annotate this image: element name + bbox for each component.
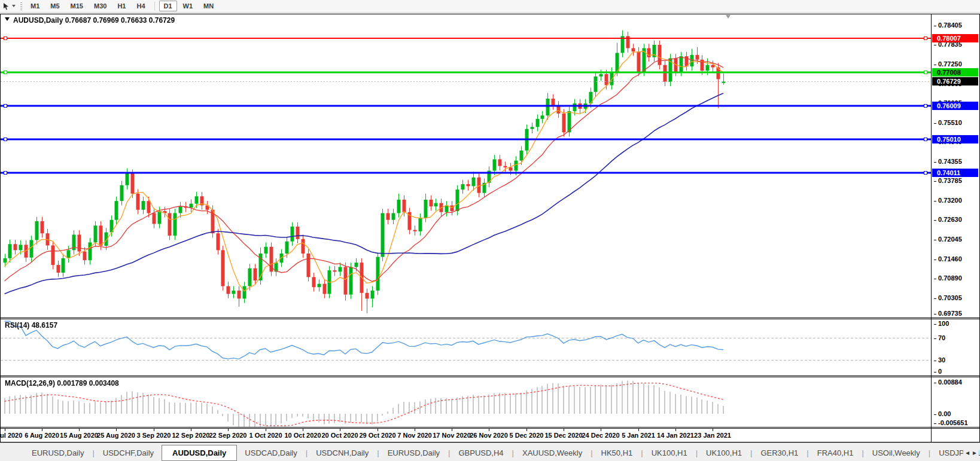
- tab-divider: |: [377, 448, 379, 457]
- timeframe-button-m30[interactable]: M30: [89, 1, 111, 11]
- date-label: 3 Sep 2020: [137, 432, 171, 439]
- chart-tab-bar: EURUSD,Daily|USDCHF,DailyAUDUSD,DailyUSD…: [0, 442, 980, 461]
- current-price-badge: 0.76729: [932, 77, 978, 86]
- date-label: 15 Aug 2020: [60, 432, 98, 439]
- macd-canvas[interactable]: [1, 377, 931, 427]
- tab-divider: |: [512, 448, 514, 457]
- tab-divider: |: [862, 448, 863, 457]
- price-tick-label: 0.70890: [934, 274, 962, 282]
- date-tick: [415, 429, 415, 431]
- date-label: 29 Oct 2020: [359, 432, 395, 439]
- date-label: 14 Jan 2021: [657, 432, 694, 439]
- date-tick: [601, 429, 601, 431]
- rsi-label: RSI(14) 48.6157: [5, 321, 57, 329]
- price-level-badge: 0.76009: [932, 102, 978, 110]
- tab-scroll-right-button[interactable]: ▸: [973, 448, 976, 457]
- timeframe-button-mn[interactable]: MN: [199, 1, 218, 11]
- toolbar-separator: [154, 2, 155, 10]
- tab-divider: |: [696, 448, 698, 457]
- date-label: 28 Jul 2020: [1, 432, 22, 439]
- rsi-pane[interactable]: RSI(14) 48.6157: [1, 319, 931, 377]
- chart-title-caret-icon[interactable]: [5, 17, 10, 23]
- price-tick-label: 0.78405: [934, 22, 962, 29]
- toolbar-grip-handle[interactable]: [20, 2, 22, 10]
- timeframe-button-w1[interactable]: W1: [178, 1, 198, 11]
- price-level-badge: 0.74011: [932, 169, 978, 177]
- timeframe-button-m5[interactable]: M5: [45, 1, 64, 11]
- chart-pointer-icon[interactable]: [3, 2, 10, 10]
- date-label: 20 Oct 2020: [321, 432, 358, 439]
- date-tick: [42, 429, 42, 431]
- macd-axis-label: 0.00884: [934, 378, 962, 386]
- chart-tab-usdcad-daily[interactable]: USDCAD,Daily: [237, 446, 305, 460]
- chart-tab-audusd-daily[interactable]: AUDUSD,Daily: [162, 445, 237, 461]
- rsi-level-label: 30: [934, 356, 945, 364]
- chart-tab-eurusd-daily[interactable]: EURUSD,Daily: [380, 446, 448, 460]
- rsi-level-label: 70: [934, 334, 945, 341]
- price-level-badge: 0.77008: [932, 68, 978, 77]
- time-axis[interactable]: 28 Jul 20206 Aug 202015 Aug 202025 Aug 2…: [1, 429, 931, 442]
- tab-divider: |: [92, 448, 94, 457]
- price-tick-label: 0.72045: [934, 236, 962, 243]
- date-label: 1 Oct 2020: [249, 432, 282, 439]
- tab-divider: |: [306, 448, 308, 457]
- date-tick: [191, 429, 191, 431]
- tab-divider: |: [591, 448, 592, 457]
- macd-pane[interactable]: MACD(12,26,9) 0.001789 0.003408: [1, 377, 931, 429]
- timeframe-button-h1[interactable]: H1: [112, 1, 130, 11]
- timeframe-button-m1[interactable]: M1: [26, 1, 44, 11]
- date-label: 24 Dec 2020: [582, 432, 620, 439]
- timeframe-button-d1[interactable]: D1: [159, 1, 177, 11]
- date-label: 7 Nov 2020: [397, 432, 431, 439]
- date-tick: [266, 429, 266, 431]
- date-label: 23 Jan 2021: [694, 432, 731, 439]
- top-toolbar: M1M5M15M30H1H4D1W1MN: [0, 0, 980, 13]
- date-label: 5 Dec 2020: [510, 432, 544, 439]
- chart-tab-gbpusd-h4[interactable]: GBPUSD,H4: [451, 446, 511, 460]
- timeframe-button-group: M1M5M15M30H1H4D1W1MN: [25, 1, 219, 11]
- chart-tab-xauusd-weekly[interactable]: XAUUSD,Weekly: [515, 446, 590, 460]
- chart-tab-usoil-weekly[interactable]: USOil,Weekly: [865, 446, 928, 460]
- date-tick: [489, 429, 489, 431]
- chart-tab-usdcnh-daily[interactable]: USDCNH,Daily: [308, 446, 376, 460]
- chart-tab-uk100-h1[interactable]: UK100,H1: [644, 446, 695, 460]
- rsi-canvas[interactable]: [1, 319, 931, 375]
- date-tick: [638, 429, 639, 431]
- macd-axis[interactable]: 0.008840.00-0.005651: [931, 377, 979, 429]
- date-tick: [5, 429, 5, 431]
- macd-axis-label: 0.00: [934, 410, 951, 417]
- tab-divider: |: [641, 448, 643, 457]
- dropdown-caret-icon[interactable]: [12, 5, 16, 9]
- date-tick: [303, 429, 303, 431]
- price-tick-label: 0.72630: [934, 216, 962, 223]
- main-chart-pane[interactable]: AUDUSD,Daily 0.76687 0.76969 0.76633 0.7…: [1, 14, 931, 319]
- tab-divider: |: [806, 448, 808, 457]
- chart-tab-ger30-h1[interactable]: GER30,H1: [753, 446, 806, 460]
- tab-scroll-left-button[interactable]: ◂: [966, 448, 969, 457]
- price-level-badge: 0.75010: [932, 135, 978, 144]
- timeframe-button-m15[interactable]: M15: [66, 1, 88, 11]
- price-axis[interactable]: 0.784050.778350.772500.766650.760950.755…: [931, 14, 979, 319]
- date-tick: [378, 429, 378, 431]
- chart-tab-usdchf-daily[interactable]: USDCHF,Daily: [95, 446, 162, 460]
- timeframe-button-h4[interactable]: H4: [132, 1, 150, 11]
- date-label: 10 Oct 2020: [284, 432, 321, 439]
- date-tick: [713, 429, 713, 431]
- chart-tab-uk100-h1[interactable]: UK100,H1: [698, 446, 750, 460]
- date-label: 17 Nov 2020: [433, 432, 471, 439]
- date-label: 22 Sep 2020: [209, 432, 247, 439]
- price-tick-label: 0.70305: [934, 294, 962, 301]
- price-tick-label: 0.77250: [934, 60, 962, 68]
- price-chart-canvas[interactable]: [1, 14, 931, 317]
- macd-axis-label: -0.005651: [934, 419, 968, 426]
- chart-tab-hk50-h1[interactable]: HK50,H1: [594, 446, 641, 460]
- chart-tab-eurusd-daily[interactable]: EURUSD,Daily: [24, 446, 92, 460]
- date-tick: [564, 429, 564, 431]
- chart-shift-marker[interactable]: [726, 15, 731, 19]
- chart-tab-fra40-h1[interactable]: FRA40,H1: [809, 446, 862, 460]
- date-tick: [526, 429, 527, 431]
- price-tick-label: 0.75510: [934, 119, 962, 126]
- date-tick: [675, 429, 676, 431]
- date-label: 5 Jan 2021: [622, 432, 655, 439]
- rsi-axis[interactable]: 10070300: [931, 319, 979, 377]
